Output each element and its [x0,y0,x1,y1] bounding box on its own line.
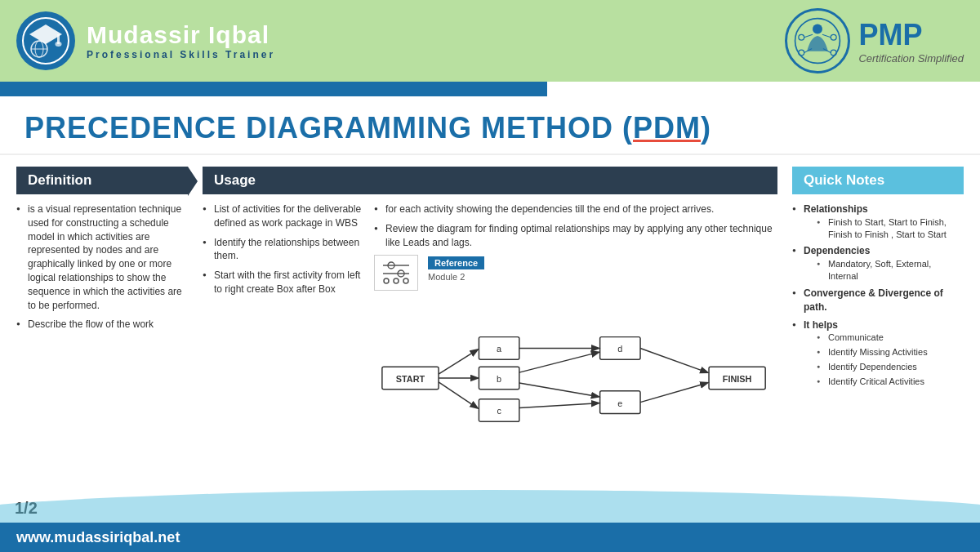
logo-icon [16,11,75,70]
svg-point-23 [403,278,408,283]
footer-url: www.mudassiriqbal.net [16,529,180,546]
usage-item-1: List of activities for the deliverable d… [203,203,366,230]
svg-point-11 [799,50,804,56]
usage-item-4: for each activity showing the dependenci… [374,203,777,216]
pmp-circle-icon [785,8,850,73]
svg-point-21 [384,278,389,283]
reference-button: Reference [428,256,484,269]
logo-subtitle: Professional Skills Trainer [87,49,275,60]
header: Mudassir Iqbal Professional Skills Train… [0,0,980,82]
pmp-title: PMP [858,18,964,52]
logo-section: Mudassir Iqbal Professional Skills Train… [16,11,275,70]
diagram-area: START a b c d [374,297,777,461]
page-number: 1/2 [15,499,38,518]
svg-text:e: e [617,398,622,408]
pmp-subtitle: Certification Simplified [858,52,964,65]
page-title: PRECEDENCE DIAGRAMMING METHOD (PDM) [0,96,980,155]
svg-point-9 [799,34,804,40]
quick-notes-list: Relationships Finish to Start, Start to … [792,203,964,388]
logo-text: Mudassir Iqbal Professional Skills Train… [87,21,275,60]
svg-point-8 [813,24,822,33]
footer: www.mudassiriqbal.net [0,523,980,552]
pmp-text: PMP Certification Simplified [858,18,964,65]
definition-header: Definition [16,167,188,194]
definition-list: is a visual representation technique use… [16,203,188,332]
logo-name: Mudassir Iqbal [87,21,275,49]
svg-line-42 [519,353,599,373]
usage-left-list: List of activities for the deliverable d… [203,203,366,296]
usage-content: List of activities for the deliverable d… [203,203,777,508]
svg-point-22 [394,278,399,283]
notes-sub-item-1: Finish to Start, Start to Finish, Finish… [817,216,964,241]
svg-line-13 [804,34,813,37]
svg-point-3 [56,42,62,47]
helps-sub: Communicate Identify Missing Activities … [804,332,964,387]
svg-line-46 [640,383,707,403]
pdm-abbr: PDM [633,111,701,145]
definition-item-1: is a visual representation technique use… [16,203,188,312]
usage-left: List of activities for the deliverable d… [203,203,366,508]
svg-line-45 [640,349,707,373]
svg-text:c: c [497,407,501,416]
blue-bar [0,82,547,96]
pdm-diagram: START a b c d [374,297,777,461]
svg-text:a: a [497,345,502,354]
svg-line-40 [439,382,477,408]
definition-item-2: Describe the flow of the work [16,318,188,332]
svg-line-14 [822,34,831,37]
svg-point-12 [831,50,837,56]
notes-sub-critical: Identify Critical Activities [817,376,964,388]
usage-right: for each activity showing the dependenci… [374,203,777,508]
usage-item-5: Review the diagram for finding optimal r… [374,222,777,250]
quick-notes-column: Quick Notes Relationships Finish to Star… [792,167,964,508]
usage-right-list: for each activity showing the dependenci… [374,203,777,249]
middle-column: Usage List of activities for the deliver… [203,167,777,508]
svg-line-44 [519,403,599,408]
notes-item-relationships: Relationships Finish to Start, Start to … [792,203,964,240]
svg-line-43 [519,383,599,397]
svg-text:b: b [497,374,501,384]
svg-line-38 [439,350,477,375]
reference-info: Reference Module 2 [428,255,484,282]
svg-text:START: START [396,374,425,384]
svg-text:d: d [617,345,622,354]
notes-item-dependencies: Dependencies Mandatory, Soft, External, … [792,244,964,282]
notes-sub-item-2: Mandatory, Soft, External, Internal [817,258,964,283]
reference-module: Module 2 [428,272,484,282]
notes-item-convergence: Convergence & Divergence of path. [792,287,964,314]
relationships-sub: Finish to Start, Start to Finish, Finish… [804,216,964,241]
notes-sub-missing: Identify Missing Activities [817,346,964,358]
svg-point-10 [831,34,837,40]
svg-text:FINISH: FINISH [723,374,752,384]
pmp-logo: PMP Certification Simplified [785,8,964,73]
usage-header: Usage [203,167,777,194]
quick-notes-header: Quick Notes [792,167,964,194]
reference-box [374,255,418,291]
usage-item-3: Start with the first activity from left … [203,269,366,296]
notes-sub-communicate: Communicate [817,332,964,344]
dependencies-sub: Mandatory, Soft, External, Internal [804,258,964,283]
usage-item-2: Identify the relationships between them. [203,236,366,264]
definition-column: Definition is a visual representation te… [16,167,188,508]
notes-item-helps: It helps Communicate Identify Missing Ac… [792,318,964,388]
notes-sub-dependencies: Identify Dependencies [817,361,964,373]
content-area: Definition is a visual representation te… [0,155,980,516]
